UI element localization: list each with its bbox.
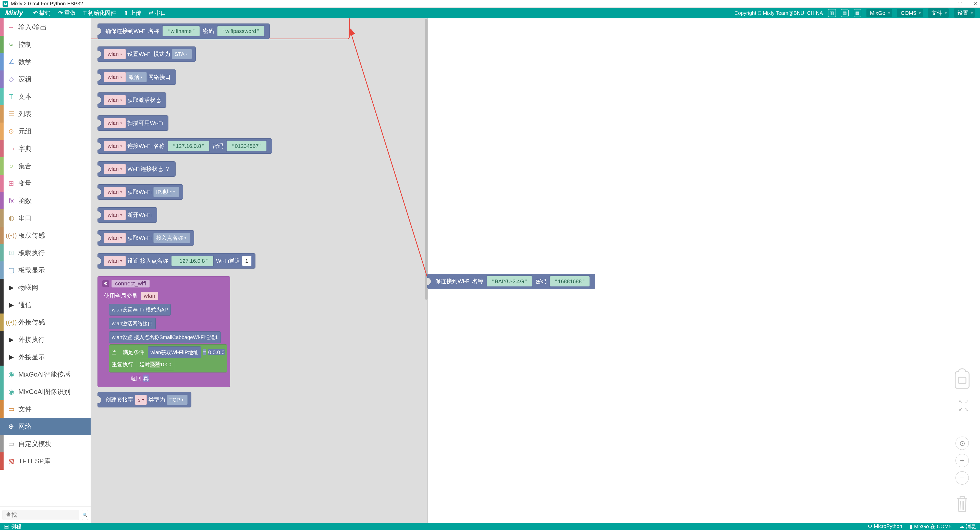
- sidebar-item-25[interactable]: ▧TFTESP库: [0, 452, 91, 470]
- status-micropython[interactable]: ⚙ MicroPython: [868, 523, 902, 530]
- search-row: 🔍: [0, 506, 91, 523]
- sidebar-item-13[interactable]: ⊡板载执行: [0, 244, 91, 261]
- settings-menu[interactable]: 设置: [954, 8, 975, 18]
- init-firmware-button[interactable]: T 初始化固件: [83, 9, 116, 17]
- block-function-connect-wifi[interactable]: ⚙ connect_wifi 使用全局变量 wlan wlan设置Wi-Fi 模…: [97, 276, 230, 387]
- minimize-button[interactable]: —: [942, 0, 947, 7]
- block-wifi-get-ip[interactable]: wlan 获取Wi-Fi IP地址: [97, 184, 183, 200]
- svg-line-4: [963, 501, 964, 509]
- workspace[interactable]: 确保连接到Wi-Fi 名称 wifiname 密码 wifipassword w…: [91, 18, 980, 523]
- trash-icon[interactable]: [955, 495, 970, 512]
- svg-line-2: [961, 501, 961, 509]
- block-wifi-connect-ensure[interactable]: 确保连接到Wi-Fi 名称 wifiname 密码 wifipassword: [97, 24, 270, 39]
- backpack-icon[interactable]: [953, 368, 971, 390]
- port-select[interactable]: COM5: [897, 9, 923, 17]
- sidebar-item-18[interactable]: ▶外接执行: [0, 331, 91, 348]
- sidebar-item-15[interactable]: ▶物联网: [0, 279, 91, 296]
- sidebar-item-7[interactable]: ▭字典: [0, 140, 91, 157]
- status-left: 例程: [11, 523, 21, 530]
- sidebar-item-14[interactable]: ▢板载显示: [0, 261, 91, 279]
- sidebar-item-11[interactable]: ◐串口: [0, 209, 91, 227]
- app-title: Mixly 2.0 rc4 For Python ESP32: [11, 1, 83, 6]
- layout-button-2[interactable]: ▤: [841, 9, 849, 17]
- statusbar: ▤例程 ⚙ MicroPython ▮ MixGo 在 COM5 ☁ 消息: [0, 523, 980, 530]
- status-messages[interactable]: ☁ 消息: [959, 523, 976, 530]
- block-wifi-set-ap[interactable]: wlan 设置 接入点名称 127.16.0.8 Wi-Fi通道 1: [97, 253, 256, 269]
- maximize-button[interactable]: ▢: [957, 0, 963, 7]
- block-wifi-connect[interactable]: wlan 连接Wi-Fi 名称 127.16.0.8 密码 01234567: [97, 138, 272, 154]
- board-select[interactable]: MixGo: [866, 9, 892, 17]
- layout-button-3[interactable]: ▦: [854, 9, 861, 17]
- search-button[interactable]: 🔍: [82, 510, 88, 520]
- block-wifi-status[interactable]: wlan Wi-Fi连接状态 ？: [97, 161, 176, 177]
- sidebar-item-5[interactable]: ☰列表: [0, 105, 91, 123]
- block-wifi-active-status[interactable]: wlan 获取激活状态: [97, 92, 166, 108]
- sidebar-item-20[interactable]: ◉MixGoAI智能传感: [0, 366, 91, 383]
- category-list: ↔输入/输出⤿控制∡数学◇逻辑T文本☰列表⊙元组▭字典○集合⊞变量fx函数◐串口…: [0, 18, 91, 506]
- sidebar-item-2[interactable]: ∡数学: [0, 53, 91, 70]
- zoom-out-button[interactable]: −: [956, 471, 969, 485]
- sidebar-item-0[interactable]: ↔输入/输出: [0, 18, 91, 36]
- svg-rect-1: [958, 377, 966, 383]
- block-socket-create[interactable]: 创建套接字 s 类型为 TCP: [97, 392, 191, 407]
- sidebar-item-22[interactable]: ▭文件: [0, 400, 91, 418]
- app-icon: M: [3, 1, 8, 6]
- sidebar-item-19[interactable]: ▶外接显示: [0, 348, 91, 366]
- doc-icon: ▤: [4, 524, 9, 530]
- close-button[interactable]: ✕: [973, 0, 977, 7]
- sidebar-item-3[interactable]: ◇逻辑: [0, 70, 91, 88]
- block-wifi-disconnect[interactable]: wlan 断开Wi-Fi: [97, 207, 157, 223]
- sidebar-item-6[interactable]: ⊙元组: [0, 123, 91, 140]
- search-input[interactable]: [3, 510, 80, 520]
- canvas-block-wifi-connect[interactable]: 保连接到Wi-Fi 名称 BAIYU-2.4G 密码 16881688: [427, 274, 595, 289]
- sidebar-item-16[interactable]: ▶通信: [0, 296, 91, 314]
- logo: Mixly: [5, 9, 23, 17]
- fullscreen-button[interactable]: ⤡ ⤢⤢ ⤡: [959, 399, 969, 412]
- block-flyout: 确保连接到Wi-Fi 名称 wifiname 密码 wifipassword w…: [91, 18, 428, 523]
- file-menu[interactable]: 文件: [928, 8, 949, 18]
- redo-button[interactable]: ↷ 重做: [58, 9, 76, 17]
- copyright-text: Copyright © Mixly Team@BNU, CHINA: [735, 10, 823, 16]
- block-while[interactable]: 当 满足条件 wlan 获取Wi-Fi IP地址 = 0.0.0.0 重复执行: [109, 344, 228, 372]
- block-wifi-scan[interactable]: wlan 扫描可用Wi-Fi: [97, 115, 169, 131]
- upload-button[interactable]: ⬆ 上传: [124, 9, 141, 17]
- layout-button-1[interactable]: ▥: [828, 9, 836, 17]
- menubar: Mixly ↶ 撤销 ↷ 重做 T 初始化固件 ⬆ 上传 ⇄ 串口 Copyri…: [0, 8, 980, 18]
- status-board-port[interactable]: ▮ MixGo 在 COM5: [910, 523, 951, 530]
- window-controls: — ▢ ✕: [942, 0, 977, 7]
- sidebar-item-23[interactable]: ⊕网络: [0, 418, 91, 435]
- block-wifi-activate[interactable]: wlan 激活 网络接口: [97, 70, 176, 85]
- sidebar-item-9[interactable]: ⊞变量: [0, 175, 91, 192]
- undo-button[interactable]: ↶ 撤销: [33, 9, 51, 17]
- sidebar-item-10[interactable]: fx函数: [0, 192, 91, 209]
- block-wifi-get-ap[interactable]: wlan 获取Wi-Fi 接入点名称: [97, 230, 194, 246]
- sidebar-item-1[interactable]: ⤿控制: [0, 36, 91, 53]
- sidebar-item-17[interactable]: ((•))外接传感: [0, 314, 91, 331]
- sidebar-item-24[interactable]: ▭自定义模块: [0, 435, 91, 452]
- titlebar: M Mixly 2.0 rc4 For Python ESP32 — ▢ ✕: [0, 0, 980, 8]
- zoom-controls: ⊙ + −: [956, 436, 969, 485]
- sidebar: ↔输入/输出⤿控制∡数学◇逻辑T文本☰列表⊙元组▭字典○集合⊞变量fx函数◐串口…: [0, 18, 91, 523]
- sidebar-item-8[interactable]: ○集合: [0, 157, 91, 175]
- sidebar-item-21[interactable]: ◉MixGoAI图像识别: [0, 383, 91, 400]
- gear-icon[interactable]: ⚙: [102, 280, 109, 287]
- sidebar-item-12[interactable]: ((•))板载传感: [0, 227, 91, 244]
- sidebar-item-4[interactable]: T文本: [0, 88, 91, 105]
- zoom-center-button[interactable]: ⊙: [956, 436, 969, 450]
- block-wifi-mode[interactable]: wlan 设置Wi-Fi 模式为 STA: [97, 46, 196, 62]
- serial-button[interactable]: ⇄ 串口: [149, 9, 166, 17]
- zoom-in-button[interactable]: +: [956, 454, 969, 467]
